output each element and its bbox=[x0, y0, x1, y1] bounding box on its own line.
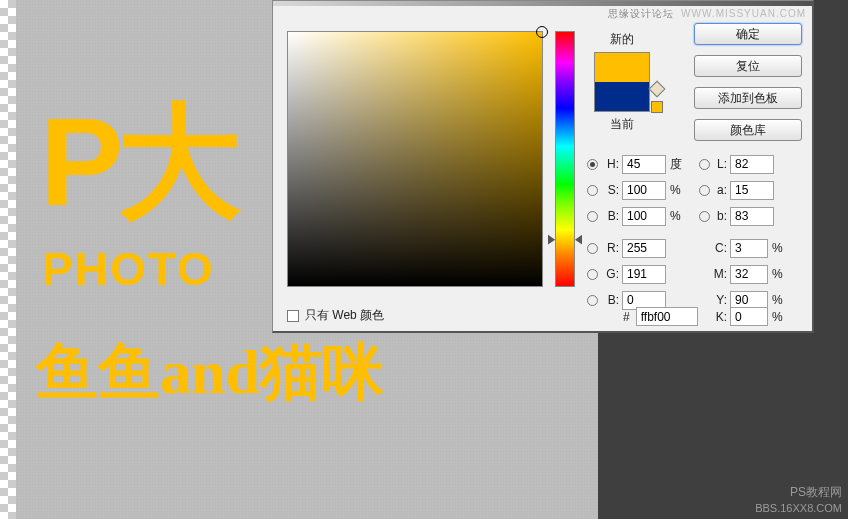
gamut-corrected-swatch[interactable] bbox=[651, 101, 663, 113]
hue-slider[interactable] bbox=[555, 31, 575, 287]
color-picker-dialog: 思缘设计论坛 WWW.MISSYUAN.COM ▶◀ 新的 当前 确定 复位 添… bbox=[272, 0, 814, 333]
radio-b-rgb[interactable] bbox=[587, 295, 598, 306]
k-row: K: % bbox=[713, 307, 788, 326]
radio-g[interactable] bbox=[587, 269, 598, 280]
canvas-text-1: P大 bbox=[40, 80, 236, 248]
input-k[interactable] bbox=[730, 307, 768, 326]
color-libraries-button[interactable]: 颜色库 bbox=[694, 119, 802, 141]
input-a[interactable] bbox=[730, 181, 774, 200]
label-y: Y: bbox=[713, 293, 727, 307]
label-a: a: bbox=[713, 183, 727, 197]
radio-b-lab[interactable] bbox=[699, 211, 710, 222]
label-l: L: bbox=[713, 157, 727, 171]
label-s: S: bbox=[601, 183, 619, 197]
add-to-swatches-button[interactable]: 添加到色板 bbox=[694, 87, 802, 109]
input-r[interactable] bbox=[622, 239, 666, 258]
input-b-lab[interactable] bbox=[730, 207, 774, 226]
input-l[interactable] bbox=[730, 155, 774, 174]
label-r: R: bbox=[601, 241, 619, 255]
label-g: G: bbox=[601, 267, 619, 281]
label-b-rgb: B: bbox=[601, 293, 619, 307]
input-hex[interactable] bbox=[636, 307, 698, 326]
label-b-hsb: B: bbox=[601, 209, 619, 223]
radio-h[interactable] bbox=[587, 159, 598, 170]
dialog-buttons: 确定 复位 添加到色板 颜色库 bbox=[694, 23, 802, 141]
unit-h: 度 bbox=[670, 156, 686, 173]
hex-row: # bbox=[623, 307, 698, 326]
hex-prefix: # bbox=[623, 310, 630, 324]
input-g[interactable] bbox=[622, 265, 666, 284]
hue-slider-marker-icon: ▶◀ bbox=[548, 234, 582, 244]
radio-r[interactable] bbox=[587, 243, 598, 254]
watermark-top: 思缘设计论坛 WWW.MISSYUAN.COM bbox=[608, 7, 806, 21]
label-m: M: bbox=[713, 267, 727, 281]
input-s[interactable] bbox=[622, 181, 666, 200]
unit-c: % bbox=[772, 241, 788, 255]
new-color-swatch bbox=[595, 53, 649, 82]
radio-s[interactable] bbox=[587, 185, 598, 196]
web-colors-only: 只有 Web 颜色 bbox=[287, 307, 384, 324]
input-h[interactable] bbox=[622, 155, 666, 174]
label-k: K: bbox=[713, 310, 727, 324]
input-m[interactable] bbox=[730, 265, 768, 284]
unit-b-hsb: % bbox=[670, 209, 686, 223]
current-color-label: 当前 bbox=[587, 116, 657, 133]
input-b-hsb[interactable] bbox=[622, 207, 666, 226]
watermark-bottom: PS教程网 BBS.16XX8.COM bbox=[755, 485, 842, 515]
canvas-text-2: PHOTO bbox=[42, 242, 215, 296]
saturation-value-field[interactable] bbox=[287, 31, 543, 287]
reset-button[interactable]: 复位 bbox=[694, 55, 802, 77]
unit-k: % bbox=[772, 310, 788, 324]
dialog-titlebar[interactable] bbox=[273, 1, 812, 6]
sv-cursor-icon bbox=[536, 26, 548, 38]
unit-s: % bbox=[670, 183, 686, 197]
radio-a[interactable] bbox=[699, 185, 710, 196]
color-swatch[interactable] bbox=[594, 52, 650, 112]
input-c[interactable] bbox=[730, 239, 768, 258]
color-value-fields: H: 度 L: S: % a: bbox=[587, 151, 797, 313]
label-h: H: bbox=[601, 157, 619, 171]
web-only-checkbox[interactable] bbox=[287, 310, 299, 322]
unit-y: % bbox=[772, 293, 788, 307]
label-b-lab: b: bbox=[713, 209, 727, 223]
canvas-text-3: 鱼鱼and猫咪 bbox=[36, 330, 384, 414]
ok-button[interactable]: 确定 bbox=[694, 23, 802, 45]
radio-l[interactable] bbox=[699, 159, 710, 170]
new-color-label: 新的 bbox=[587, 31, 657, 48]
color-preview: 新的 当前 bbox=[587, 31, 657, 137]
current-color-swatch bbox=[595, 82, 649, 111]
radio-b-hsb[interactable] bbox=[587, 211, 598, 222]
label-c: C: bbox=[713, 241, 727, 255]
web-only-label: 只有 Web 颜色 bbox=[305, 307, 384, 324]
unit-m: % bbox=[772, 267, 788, 281]
